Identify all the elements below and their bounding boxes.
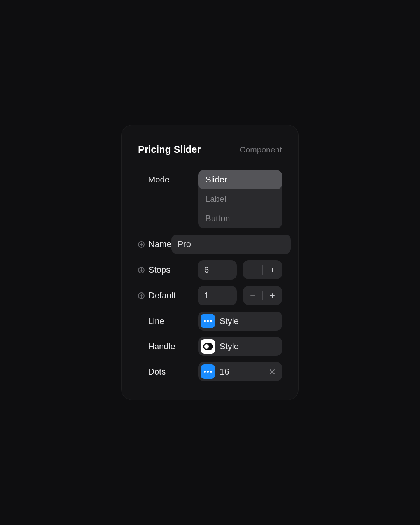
name-label: Name (149, 239, 172, 249)
dots-label-col: Dots (138, 362, 198, 377)
dots-clear-button[interactable] (265, 369, 280, 374)
stops-input[interactable] (198, 260, 237, 280)
line-control-col: Style (198, 312, 282, 331)
dots-value: 16 (220, 367, 260, 377)
handle-style-thumb (201, 339, 215, 354)
handle-label-col: Handle (138, 337, 198, 352)
dots-thumb (201, 364, 215, 379)
dots-icon (204, 320, 212, 322)
plus-circle-icon (138, 267, 145, 273)
default-increment[interactable] (263, 286, 282, 305)
line-label: Line (148, 316, 164, 326)
mode-control-col: Slider Label Button (198, 170, 282, 228)
default-control-col (198, 286, 282, 305)
stops-row: Stops (138, 260, 282, 280)
name-control-col (172, 234, 291, 254)
plus-icon (269, 292, 275, 299)
default-label-col: Default (138, 286, 198, 301)
mode-select[interactable]: Slider Label Button (198, 170, 282, 228)
default-input[interactable] (198, 286, 237, 305)
default-label: Default (149, 290, 176, 301)
mode-row: Mode Slider Label Button (138, 170, 282, 228)
plus-circle-icon (138, 292, 145, 299)
dots-row: Dots 16 (138, 362, 282, 381)
plus-circle-icon (138, 241, 145, 248)
line-row: Line Style (138, 312, 282, 331)
handle-style-picker[interactable]: Style (198, 337, 282, 356)
close-icon (270, 369, 275, 374)
default-row: Default (138, 286, 282, 305)
line-style-picker[interactable]: Style (198, 312, 282, 331)
plus-icon (269, 267, 275, 273)
minus-icon (250, 267, 256, 273)
mode-option-button[interactable]: Button (198, 209, 282, 228)
properties-panel: Pricing Slider Component Mode Slider Lab… (121, 125, 299, 400)
dots-picker[interactable]: 16 (198, 362, 282, 381)
minus-icon (250, 292, 256, 299)
dots-label: Dots (148, 367, 166, 377)
panel-title: Pricing Slider (138, 144, 201, 155)
toggle-icon (203, 343, 213, 350)
mode-label: Mode (148, 175, 170, 185)
mode-label-col: Mode (138, 170, 198, 185)
stops-label-col: Stops (138, 260, 198, 275)
panel-header: Pricing Slider Component (138, 144, 282, 155)
mode-option-slider[interactable]: Slider (198, 170, 282, 189)
stops-increment[interactable] (263, 260, 282, 279)
name-label-col: Name (138, 234, 172, 249)
name-input[interactable] (172, 234, 291, 254)
stops-decrement[interactable] (243, 260, 262, 279)
handle-style-value: Style (220, 341, 280, 352)
panel-type: Component (240, 145, 282, 154)
default-decrement[interactable] (243, 286, 262, 305)
stops-control-col (198, 260, 282, 280)
default-stepper (243, 286, 282, 305)
handle-label: Handle (148, 341, 175, 352)
dots-control-col: 16 (198, 362, 282, 381)
handle-control-col: Style (198, 337, 282, 356)
mode-option-label[interactable]: Label (198, 189, 282, 209)
line-label-col: Line (138, 312, 198, 326)
line-style-value: Style (220, 316, 280, 326)
handle-row: Handle Style (138, 337, 282, 356)
line-style-thumb (201, 314, 215, 328)
dots-icon (204, 371, 212, 373)
name-row: Name (138, 234, 282, 254)
stops-stepper (243, 260, 282, 279)
stops-label: Stops (149, 265, 170, 275)
